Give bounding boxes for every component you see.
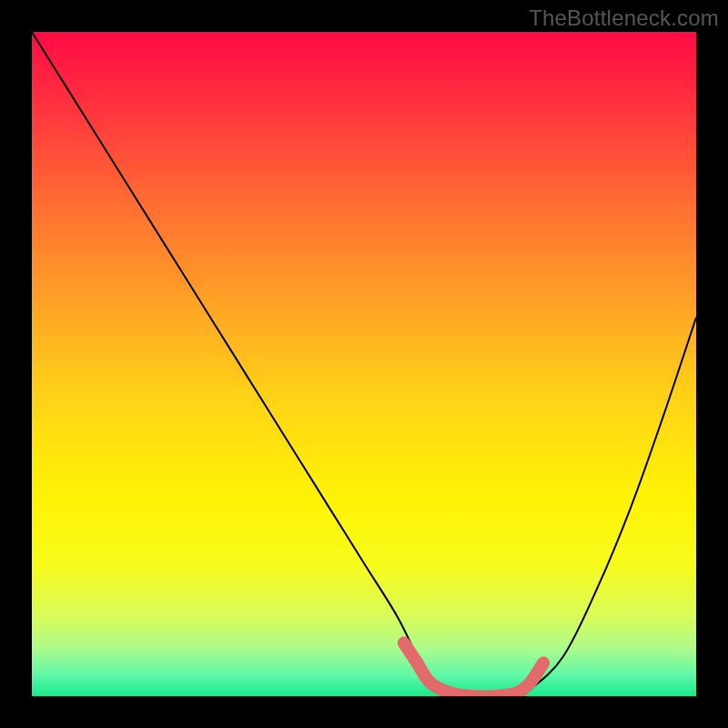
plot-area: [32, 32, 696, 696]
plot-svg: [32, 32, 696, 696]
chart-frame: TheBottleneck.com: [0, 0, 728, 728]
gradient-background: [32, 32, 696, 696]
watermark-text: TheBottleneck.com: [529, 5, 719, 31]
